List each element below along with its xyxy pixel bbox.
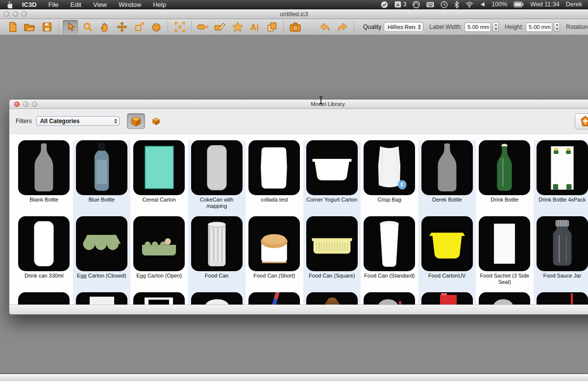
status-100-[interactable]: 100%	[491, 1, 507, 8]
menu-view[interactable]: View	[93, 0, 107, 9]
model-item[interactable]: Corner Yogurt Carton	[303, 140, 361, 216]
model-thumbnail: F	[364, 140, 415, 195]
stepper-down-icon[interactable]	[554, 27, 560, 32]
menu-help[interactable]: Help	[153, 0, 166, 9]
filter-category-select[interactable]: All Categories	[36, 116, 120, 126]
quality-select[interactable]: HiRes Rend	[384, 22, 423, 32]
crop-frame-tool-button[interactable]	[172, 20, 187, 34]
model-item[interactable]: Food Sauce Jar	[534, 216, 588, 292]
bluetooth-icon[interactable]	[454, 1, 459, 8]
screen: IC3DFileEditViewWindowHelp A3100%Wed 11:…	[0, 0, 588, 381]
undo-tool-button[interactable]	[318, 20, 333, 34]
toolbar: Ai Quality HiRes Rend Label Width: 5.00 …	[0, 19, 588, 35]
model-item[interactable]: Egg Carton (Open)	[130, 216, 188, 292]
stepper-up-icon[interactable]	[493, 23, 498, 27]
svg-text:F: F	[401, 182, 404, 187]
input-a-icon[interactable]: A3	[394, 1, 406, 8]
stepper-down-icon[interactable]	[493, 27, 498, 32]
library-minimize-button[interactable]	[23, 102, 28, 107]
camera-tool-button[interactable]	[288, 20, 303, 34]
stepper-up-icon[interactable]	[554, 23, 560, 27]
status-derek[interactable]: Derek	[566, 1, 582, 8]
model-label: Corner Yogurt Carton	[304, 197, 360, 203]
redo-tool-button[interactable]	[335, 20, 350, 34]
label-edit-tool-button[interactable]	[213, 20, 228, 34]
model-item[interactable]: Drink Bottle	[476, 140, 534, 216]
zoom-tool-button[interactable]	[80, 20, 95, 34]
check-circle-icon[interactable]	[381, 1, 388, 8]
toolbar-separator	[283, 21, 284, 33]
menu-edit[interactable]: Edit	[71, 0, 81, 9]
add-model-button[interactable]	[575, 113, 588, 129]
model-item[interactable]: FCrisp Bag	[361, 140, 418, 216]
model-item-partial[interactable]	[15, 292, 73, 305]
doc-minimize-button[interactable]	[13, 11, 18, 17]
menu-ic3d[interactable]: IC3D	[22, 0, 37, 9]
model-item-partial[interactable]	[476, 292, 534, 305]
model-item[interactable]: Derek Bottle	[418, 140, 476, 216]
model-view-button[interactable]	[147, 113, 165, 129]
duplicate-tool-button[interactable]	[264, 20, 279, 34]
save-tool-button[interactable]	[39, 20, 54, 34]
battery-icon[interactable]	[514, 1, 524, 7]
model-item[interactable]: Blue Bottle	[73, 140, 131, 216]
model-item[interactable]: collada test	[245, 140, 303, 216]
library-zoom-button[interactable]	[32, 102, 37, 107]
model-item[interactable]: Drink Bottle 4xPack	[534, 140, 588, 216]
wifi-icon[interactable]	[466, 1, 473, 8]
model-item-partial[interactable]	[73, 292, 131, 305]
model-item[interactable]: Drink can 330ml	[15, 216, 73, 292]
mouse-cursor-ibeam	[318, 96, 323, 106]
model-thumbnail	[18, 216, 70, 271]
model-item-partial[interactable]	[534, 292, 588, 305]
model-item[interactable]: CokeCan with mapping	[188, 140, 246, 216]
model-item[interactable]: Food Can (Standard)	[361, 216, 418, 292]
model-item[interactable]: Cereal Carton	[130, 140, 188, 216]
document-titlebar[interactable]: untitled.ic3	[0, 9, 588, 19]
transform-tool-button[interactable]	[131, 20, 147, 34]
open-folder-tool-button[interactable]	[22, 20, 37, 34]
model-label: Egg Carton (Open)	[131, 273, 187, 279]
height-stepper[interactable]	[554, 22, 560, 32]
menu-bar: IC3DFileEditViewWindowHelp A3100%Wed 11:…	[0, 0, 588, 9]
keyboard-icon[interactable]	[426, 1, 434, 8]
status-wed-11-34[interactable]: Wed 11:34	[530, 1, 559, 8]
height-field[interactable]: 5.00 mm	[526, 23, 552, 32]
model-item[interactable]: Food Can (Short)	[245, 216, 303, 292]
select-cursor-tool-button[interactable]	[63, 20, 78, 34]
move-tool-button[interactable]	[114, 20, 129, 34]
new-document-tool-button[interactable]	[5, 20, 20, 34]
model-item[interactable]: Food Sachet (3 Side Seal)	[476, 216, 534, 292]
model-item-partial[interactable]	[418, 292, 476, 305]
model-item-partial[interactable]	[130, 292, 188, 305]
creative-cloud-icon[interactable]	[413, 1, 420, 8]
label-width-stepper[interactable]	[492, 22, 499, 32]
menu-window[interactable]: Window	[119, 0, 141, 9]
library-close-button[interactable]	[14, 102, 20, 107]
model-view-button-selected[interactable]	[127, 113, 145, 129]
library-content: Blank BottleBlue BottleCereal CartonCoke…	[9, 134, 588, 305]
model-thumbnail	[306, 216, 358, 271]
apple-menu-icon[interactable]	[6, 1, 12, 8]
star-tool-button[interactable]	[230, 20, 245, 34]
doc-close-button[interactable]	[4, 11, 9, 17]
label-width-field[interactable]: 5.00 mm	[465, 23, 491, 32]
volume-icon[interactable]	[480, 1, 485, 7]
menu-file[interactable]: File	[49, 0, 59, 9]
model-library-titlebar[interactable]: Model Library	[9, 100, 588, 109]
pan-hand-tool-button[interactable]	[97, 20, 112, 34]
model-item-partial[interactable]	[245, 292, 303, 305]
illustrator-tool-button[interactable]: Ai	[247, 20, 262, 34]
model-item-partial[interactable]	[361, 292, 418, 305]
doc-zoom-button[interactable]	[22, 11, 27, 17]
model-item[interactable]: Blank Bottle	[15, 140, 73, 216]
model-item[interactable]: Food CartonUV	[418, 216, 476, 292]
model-item-partial[interactable]	[303, 292, 361, 305]
model-item[interactable]: Food Can (Square)	[303, 216, 361, 292]
model-item[interactable]: Egg Carton (Closed)	[73, 216, 131, 292]
model-item-partial[interactable]	[188, 292, 246, 305]
model-item[interactable]: Food Can	[188, 216, 246, 292]
time-machine-icon[interactable]	[441, 1, 448, 8]
sphere-tool-button[interactable]	[148, 20, 164, 34]
label-add-tool-button[interactable]	[196, 20, 211, 34]
